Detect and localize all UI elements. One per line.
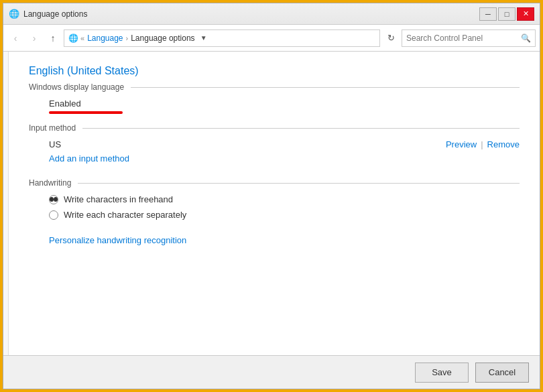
title-bar: 🌐 Language options ─ □ ✕: [3, 3, 540, 25]
breadcrumb-arrow: ›: [126, 34, 129, 42]
breadcrumb-sep: «: [80, 34, 84, 42]
link-separator: |: [481, 139, 483, 149]
back-button[interactable]: ‹: [7, 30, 23, 46]
title-controls: ─ □ ✕: [479, 7, 534, 21]
window-icon: 🌐: [9, 9, 19, 19]
display-language-content: Enabled: [49, 99, 520, 114]
radio-freehand[interactable]: [49, 195, 58, 204]
title-bar-left: 🌐 Language options: [9, 9, 87, 19]
remove-button[interactable]: Remove: [487, 139, 520, 149]
search-box: 🔍: [402, 29, 536, 47]
display-language-section: Windows display language: [29, 82, 520, 92]
input-method-name: US: [49, 139, 61, 149]
main-area: English (United States) Windows display …: [3, 52, 540, 355]
radio-separate[interactable]: [49, 210, 58, 220]
display-language-label: Windows display language: [29, 82, 124, 92]
cancel-button[interactable]: Cancel: [475, 363, 529, 383]
refresh-button[interactable]: ↻: [383, 30, 399, 46]
input-method-row: US Preview | Remove: [49, 139, 520, 149]
left-sidebar: [3, 52, 9, 355]
address-bar: ‹ › ↑ 🌐 « Language › Language options ▼ …: [3, 25, 540, 52]
input-method-section: Input method: [29, 123, 520, 133]
breadcrumb-icon: 🌐: [68, 34, 78, 43]
content-area: English (United States) Windows display …: [9, 52, 540, 355]
title-text: Language options: [23, 9, 87, 19]
display-language-divider: [131, 87, 520, 88]
handwriting-divider: [78, 183, 520, 184]
radio-option-1: Write characters in freehand: [49, 194, 520, 204]
add-input-method-link[interactable]: Add an input method: [49, 153, 129, 164]
breadcrumb-current: Language options: [131, 34, 194, 43]
close-button[interactable]: ✕: [517, 7, 534, 21]
maximize-button[interactable]: □: [498, 7, 516, 21]
breadcrumb-bar: 🌐 « Language › Language options ▼: [64, 29, 380, 47]
red-underline-decoration: [49, 111, 123, 114]
language-title: English (United States): [29, 65, 520, 77]
breadcrumb-parent[interactable]: Language: [87, 34, 123, 43]
input-method-divider: [82, 128, 520, 129]
handwriting-content: Write characters in freehand Write each …: [49, 194, 520, 255]
radio-option-2: Write each character separately: [49, 210, 520, 220]
preview-button[interactable]: Preview: [446, 139, 477, 149]
breadcrumb-dropdown-button[interactable]: ▼: [198, 31, 210, 46]
input-method-content: US Preview | Remove Add an input method: [49, 139, 520, 173]
handwriting-section: Handwriting: [29, 178, 520, 188]
personalize-handwriting-link[interactable]: Personalize handwriting recognition: [49, 235, 186, 245]
main-window: 🌐 Language options ─ □ ✕ ‹ › ↑ 🌐 « Langu…: [3, 3, 540, 389]
radio-separate-label: Write each character separately: [64, 210, 186, 220]
enabled-text: Enabled: [49, 99, 520, 109]
minimize-button[interactable]: ─: [479, 7, 497, 21]
input-method-label: Input method: [29, 123, 76, 133]
search-input[interactable]: [406, 34, 518, 43]
search-button[interactable]: 🔍: [521, 34, 531, 43]
forward-button[interactable]: ›: [26, 30, 42, 46]
save-button[interactable]: Save: [415, 363, 469, 383]
handwriting-label: Handwriting: [29, 178, 71, 188]
footer: Save Cancel: [3, 355, 540, 389]
radio-freehand-label: Write characters in freehand: [64, 194, 173, 204]
up-button[interactable]: ↑: [45, 30, 61, 46]
input-method-links: Preview | Remove: [446, 139, 520, 149]
